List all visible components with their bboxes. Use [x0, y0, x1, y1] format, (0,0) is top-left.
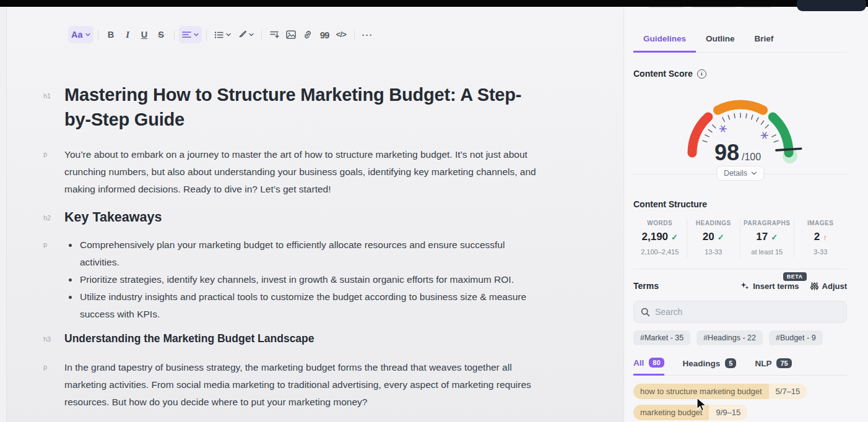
- font-style-label: Aa: [71, 30, 83, 40]
- tab-brief[interactable]: Brief: [745, 34, 784, 52]
- filter-tab-all[interactable]: All 80: [633, 358, 664, 376]
- paragraph-block[interactable]: p You’re about to embark on a journey to…: [43, 146, 542, 197]
- paintbrush-icon: [237, 30, 246, 39]
- font-style-button[interactable]: Aa: [68, 26, 93, 43]
- score-max: /100: [742, 152, 761, 162]
- sliders-icon: [810, 282, 818, 290]
- details-button[interactable]: Details: [716, 166, 764, 181]
- paragraph-text[interactable]: In the grand tapestry of business strate…: [64, 359, 542, 410]
- chevron-down-icon: [249, 33, 254, 37]
- quote-icon: 99: [320, 30, 329, 40]
- term-tag[interactable]: how to structure marketing budget 5/7–15: [633, 384, 807, 399]
- bullet-list-block[interactable]: p Comprehensively plan your marketing bu…: [43, 236, 542, 322]
- image-button[interactable]: [283, 26, 300, 43]
- paragraph-block[interactable]: p In the grand tapestry of business stra…: [43, 359, 542, 410]
- adjust-button[interactable]: Adjust: [810, 282, 847, 291]
- stat-label: IMAGES: [796, 220, 846, 226]
- editor-left-strip: [0, 7, 7, 422]
- stat-words: WORDS 2,190✓ 2,100–2,415: [633, 218, 687, 258]
- heading3-block[interactable]: h3 Understanding the Marketing Budget La…: [43, 331, 542, 346]
- block-type-label: p: [43, 236, 64, 322]
- gauge-needle: [776, 149, 801, 150]
- toolbar-separator: [98, 30, 98, 40]
- filter-tab-nlp[interactable]: NLP 75: [755, 358, 791, 375]
- panel-tabs: Guidelines Outline Brief: [633, 34, 847, 53]
- bold-button[interactable]: B: [103, 26, 119, 43]
- stat-range: at least 15: [742, 248, 792, 256]
- terms-header: Terms BETA Insert terms: [633, 281, 847, 291]
- score-value: 98: [714, 140, 739, 165]
- video-letterbox-bar: [0, 0, 868, 7]
- subsection-heading[interactable]: Understanding the Marketing Budget Lands…: [64, 331, 542, 346]
- underline-button[interactable]: U: [136, 26, 153, 43]
- format-paint-button[interactable]: [234, 26, 257, 43]
- stat-label: HEADINGS: [688, 220, 739, 226]
- ordered-list-icon: [214, 31, 224, 39]
- app-window: Aa B I U S: [0, 0, 868, 422]
- align-button[interactable]: [179, 26, 202, 43]
- sparkle-marker-icon: [719, 126, 726, 132]
- heading1-block[interactable]: h1 Mastering How to Structure Marketing …: [43, 82, 542, 132]
- list-button[interactable]: [211, 26, 234, 43]
- gauge-ticks: [703, 113, 778, 142]
- stat-images: IMAGES 2↑ 3-33: [794, 218, 848, 258]
- content-score-title: Content Score: [633, 69, 693, 79]
- chip-budget[interactable]: #Budget - 9: [769, 330, 823, 345]
- insert-terms-button[interactable]: BETA Insert terms: [740, 282, 799, 291]
- strikethrough-button[interactable]: S: [153, 26, 170, 43]
- filter-label: Headings: [683, 359, 721, 368]
- list-item[interactable]: Prioritize strategies, identify key chan…: [79, 271, 542, 288]
- tab-outline[interactable]: Outline: [696, 34, 745, 52]
- filter-label: All: [633, 358, 644, 368]
- guidelines-panel: Guidelines Outline Brief Content Score i: [623, 7, 868, 422]
- italic-button[interactable]: I: [119, 26, 136, 43]
- term-tag-list: how to structure marketing budget 5/7–15…: [633, 384, 847, 420]
- content-score-header: Content Score i: [633, 69, 847, 79]
- terms-filter-tabs: All 80 Headings 5 NLP 75: [633, 358, 847, 376]
- chip-market[interactable]: #Market - 35: [633, 330, 690, 345]
- filter-tab-headings[interactable]: Headings 5: [683, 358, 737, 375]
- insert-lines-icon: [270, 30, 279, 39]
- filter-label: NLP: [755, 359, 771, 368]
- link-button[interactable]: [300, 26, 316, 43]
- paragraph-text[interactable]: You’re about to embark on a journey to m…: [64, 146, 542, 197]
- document-body[interactable]: h1 Mastering How to Structure Marketing …: [43, 82, 542, 411]
- block-type-label: h3: [43, 331, 64, 346]
- term-tag[interactable]: marketing budget 9/9–15: [633, 405, 747, 420]
- chip-headings[interactable]: #Headings - 22: [697, 330, 763, 345]
- term-group-chips: #Market - 35 #Headings - 22 #Budget - 9: [633, 330, 847, 345]
- stat-range: 3-33: [796, 248, 846, 256]
- list-item[interactable]: Utilize industry insights and practical …: [79, 288, 542, 323]
- toolbar-separator: [354, 30, 355, 40]
- adjust-label: Adjust: [822, 282, 847, 291]
- count-badge: 75: [776, 358, 791, 368]
- list-item[interactable]: Comprehensively plan your marketing budg…: [79, 236, 542, 271]
- ellipsis-icon: ···: [362, 30, 373, 40]
- chevron-down-icon: [751, 171, 757, 175]
- section-divider: Details: [633, 174, 847, 174]
- bullet-list[interactable]: Comprehensively plan your marketing budg…: [64, 236, 542, 322]
- heading2-block[interactable]: h2 Key Takeaways: [43, 209, 542, 226]
- check-icon: ✓: [771, 233, 778, 242]
- code-button[interactable]: </>: [333, 26, 350, 43]
- image-icon: [286, 30, 296, 39]
- blockquote-button[interactable]: 99: [316, 26, 333, 43]
- info-icon[interactable]: i: [697, 69, 706, 79]
- more-options-button[interactable]: ···: [359, 26, 376, 43]
- tab-guidelines[interactable]: Guidelines: [633, 34, 696, 53]
- sparkle-marker-icon: [761, 132, 768, 139]
- search-input[interactable]: [655, 307, 840, 317]
- top-right-dark-button[interactable]: [797, 0, 866, 11]
- arrow-up-icon: ↑: [823, 233, 827, 242]
- term-usage-count: 5/7–15: [769, 384, 807, 399]
- section-heading[interactable]: Key Takeaways: [64, 209, 542, 226]
- terms-search[interactable]: [633, 301, 847, 323]
- stat-label: PARAGRAPHS: [742, 220, 792, 226]
- gauge-orange-arc: [718, 105, 763, 110]
- document-title[interactable]: Mastering How to Structure Marketing Bud…: [64, 82, 542, 132]
- insert-block-button[interactable]: [266, 26, 283, 43]
- stat-paragraphs: PARAGRAPHS 17✓ at least 15: [740, 218, 794, 258]
- mouse-cursor: [696, 397, 708, 412]
- content-score-gauge: 98 /100: [666, 80, 815, 171]
- code-icon: </>: [336, 30, 347, 39]
